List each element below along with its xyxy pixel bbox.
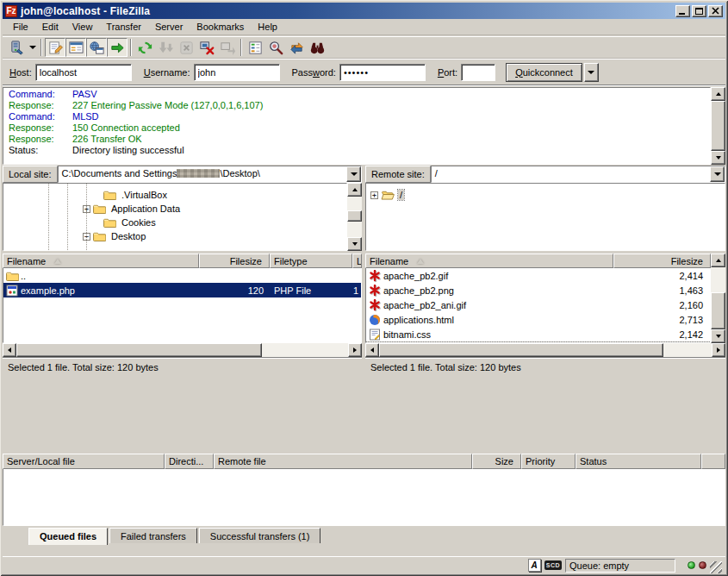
column-header-direction[interactable]: Directi... xyxy=(165,454,214,469)
toggle-transfer-queue-button[interactable] xyxy=(107,38,128,57)
tab-failed-transfers[interactable]: Failed transfers xyxy=(109,528,197,543)
username-input[interactable] xyxy=(194,64,280,81)
scrollbar-thumb[interactable] xyxy=(711,101,725,151)
column-header-serverlocal[interactable]: Server/Local file xyxy=(3,454,165,469)
process-queue-button[interactable] xyxy=(155,38,176,57)
local-site-dropdown[interactable] xyxy=(346,166,361,182)
scd-indicator-icon[interactable]: SCD xyxy=(544,560,562,570)
menu-bookmarks[interactable]: Bookmarks xyxy=(190,20,251,34)
scrollbar-thumb[interactable] xyxy=(16,343,262,357)
column-header-filename[interactable]: Filename xyxy=(365,254,613,268)
synchronized-browsing-button[interactable] xyxy=(286,38,307,57)
password-input[interactable] xyxy=(339,64,426,81)
scroll-up-button[interactable] xyxy=(347,183,362,197)
tree-item[interactable]: Cookies xyxy=(3,216,346,229)
file-row[interactable]: .. xyxy=(3,268,361,283)
toggle-remote-tree-button[interactable] xyxy=(86,38,107,57)
remote-site-combo[interactable]: / xyxy=(431,166,725,183)
disconnect-button[interactable] xyxy=(196,38,217,57)
tab-queued-files[interactable]: Queued files xyxy=(28,528,108,545)
queue-tabs: Queued files Failed transfers Successful… xyxy=(3,526,725,547)
close-button[interactable] xyxy=(708,5,723,17)
tree-item[interactable]: + Application Data xyxy=(3,202,346,216)
file-row-selected[interactable]: example.php 120 PHP File 1 xyxy=(3,283,361,297)
quickconnect-button[interactable]: Quickconnect xyxy=(506,63,582,82)
menu-file[interactable]: File xyxy=(6,20,35,34)
local-tree-scrollbar[interactable] xyxy=(347,183,362,251)
reconnect-icon xyxy=(220,40,236,56)
column-header-filetype[interactable]: Filetype xyxy=(270,254,352,268)
local-site-combo[interactable]: C:\Documents and Settings\Desktop\ xyxy=(58,166,362,183)
site-manager-button[interactable] xyxy=(6,38,27,57)
toggle-message-log-button[interactable] xyxy=(45,38,65,57)
sort-ascending-icon xyxy=(417,259,424,264)
scroll-left-button[interactable] xyxy=(365,343,379,357)
tab-successful-transfers[interactable]: Successful transfers (1) xyxy=(199,528,321,543)
minimize-button[interactable] xyxy=(675,5,690,17)
directory-filters-button[interactable] xyxy=(245,38,265,57)
folder-icon xyxy=(103,190,116,200)
process-queue-icon xyxy=(158,40,174,56)
tree-item[interactable]: − Desktop xyxy=(3,229,346,243)
title-bar[interactable]: Fz john@localhost - FileZilla xyxy=(3,3,725,19)
log-label: Response: xyxy=(9,134,72,145)
column-header-status[interactable]: Status xyxy=(576,454,701,469)
file-row[interactable]: apache_pb2.png 1,463 xyxy=(366,283,710,297)
log-text: MLSD xyxy=(72,111,99,122)
expand-plus-icon[interactable]: + xyxy=(370,191,378,199)
cancel-operation-button[interactable] xyxy=(176,38,196,57)
menu-transfer[interactable]: Transfer xyxy=(99,20,148,34)
column-header-filename[interactable]: Filename xyxy=(3,254,199,268)
arrow-up-icon xyxy=(716,92,721,96)
column-header-priority[interactable]: Priority xyxy=(521,454,576,469)
maximize-button[interactable] xyxy=(692,5,706,17)
column-header-remotefile[interactable]: Remote file xyxy=(214,454,472,469)
reconnect-button[interactable] xyxy=(217,38,238,57)
log-scrollbar[interactable] xyxy=(711,87,725,165)
remote-list-scrollbar[interactable] xyxy=(711,254,725,343)
scroll-right-button[interactable] xyxy=(348,343,362,357)
sync-browsing-icon xyxy=(289,40,305,56)
find-files-button[interactable] xyxy=(307,38,327,57)
port-input[interactable] xyxy=(461,64,495,81)
column-header-filesize[interactable]: Filesize xyxy=(613,254,711,268)
column-header-lastmodified[interactable]: L xyxy=(352,254,362,268)
menu-server[interactable]: Server xyxy=(148,20,190,34)
scroll-down-button[interactable] xyxy=(347,237,362,251)
resize-grip[interactable] xyxy=(710,561,722,573)
menu-view[interactable]: View xyxy=(65,20,100,34)
scrollbar-thumb[interactable] xyxy=(711,292,725,329)
toggle-local-tree-button[interactable] xyxy=(65,38,86,57)
column-header-size[interactable]: Size xyxy=(472,454,521,469)
file-row[interactable]: apache_pb2.gif 2,414 xyxy=(366,268,710,283)
queue-list[interactable] xyxy=(3,469,725,526)
scroll-up-button[interactable] xyxy=(711,87,725,101)
file-row[interactable]: bitnami.css 2,142 xyxy=(366,327,710,341)
local-horizontal-scrollbar[interactable] xyxy=(3,343,362,357)
scroll-left-button[interactable] xyxy=(3,343,16,357)
host-input[interactable] xyxy=(35,64,132,81)
menu-edit[interactable]: Edit xyxy=(35,20,65,34)
scroll-right-button[interactable] xyxy=(712,343,725,357)
menu-help[interactable]: Help xyxy=(251,20,284,34)
transfer-type-icon[interactable]: A xyxy=(528,559,541,572)
quickconnect-dropdown[interactable] xyxy=(584,63,599,82)
scroll-down-button[interactable] xyxy=(711,151,725,165)
arrow-up-icon xyxy=(716,259,721,262)
scroll-down-button[interactable] xyxy=(711,329,725,343)
refresh-button[interactable] xyxy=(134,38,155,57)
scrollbar-thumb[interactable] xyxy=(379,343,663,357)
tree-item[interactable]: .VirtualBox xyxy=(3,188,346,202)
local-status-text: Selected 1 file. Total size: 120 bytes xyxy=(3,357,362,452)
scroll-up-button[interactable] xyxy=(711,254,725,267)
site-manager-dropdown[interactable] xyxy=(27,38,38,57)
tree-item[interactable]: + / xyxy=(366,188,725,202)
file-row[interactable]: applications.html 2,713 xyxy=(366,312,710,327)
scrollbar-thumb[interactable] xyxy=(347,210,362,222)
file-row[interactable]: apache_pb2_ani.gif 2,160 xyxy=(366,297,710,312)
directory-comparison-button[interactable] xyxy=(265,38,286,57)
apache-file-icon xyxy=(366,285,383,297)
remote-site-dropdown[interactable] xyxy=(710,166,725,182)
remote-horizontal-scrollbar[interactable] xyxy=(365,343,725,357)
column-header-filesize[interactable]: Filesize xyxy=(199,254,270,268)
